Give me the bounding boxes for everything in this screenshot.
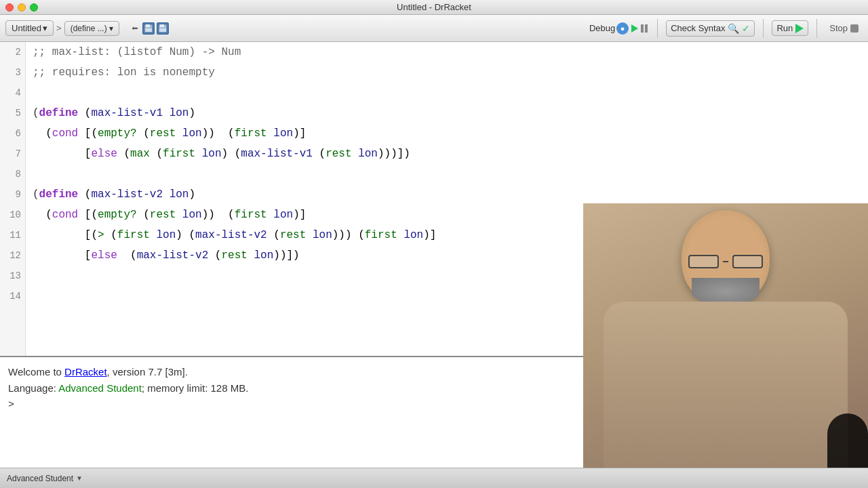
separator-3: [816, 19, 817, 38]
code-line-9: (define (max-list-v2 lon): [33, 184, 861, 205]
svg-rect-5: [159, 28, 166, 32]
line-num-6: 6: [0, 123, 21, 144]
code-line-2: ;; max-list: (listof Num) -> Num: [33, 42, 861, 62]
code-line-6: (cond [(empty? (rest lon)) (first lon)]: [33, 123, 861, 144]
define-dropdown[interactable]: (define ...) ▾: [64, 21, 119, 36]
memory-info: ; memory limit: 128 MB.: [142, 382, 249, 394]
stop-icon: [850, 24, 859, 33]
dark-figure: [827, 413, 868, 468]
debug-play-icon: [631, 24, 638, 33]
maximize-button[interactable]: [30, 3, 38, 12]
untitled-chevron: ▾: [43, 23, 47, 33]
untitled-label: Untitled: [12, 23, 41, 33]
status-language-label: Advanced Student: [7, 474, 73, 483]
back-arrow[interactable]: ⬅: [130, 20, 140, 37]
person-overlay: [583, 203, 868, 468]
debug-label: Debug: [589, 23, 615, 33]
toolbar: Untitled ▾ > (define ...) ▾ ⬅: [0, 15, 868, 42]
language-prefix: Language:: [8, 382, 58, 394]
toolbar-right: Debug ● Check Syntax 🔍 ✓ Run Stop: [589, 19, 863, 38]
welcome-suffix: , version 7.7 [3m].: [107, 366, 188, 378]
stop-button[interactable]: Stop: [825, 21, 863, 35]
code-text: ;; max-list: (listof Num) -> Num: [33, 46, 241, 58]
prompt-symbol: >: [8, 399, 14, 411]
line-num-5: 5: [0, 103, 21, 123]
line-num-11: 11: [0, 225, 21, 245]
save-as-icon: [158, 24, 167, 33]
line-num-8: 8: [0, 164, 21, 184]
status-chevron-icon[interactable]: ▼: [76, 474, 83, 482]
breadcrumb-separator: >: [56, 23, 62, 33]
line-num-9: 9: [0, 184, 21, 205]
glasses-bridge: [723, 261, 728, 262]
drracket-link[interactable]: DrRacket: [64, 366, 107, 378]
minimize-button[interactable]: [18, 3, 26, 12]
line-num-12: 12: [0, 245, 21, 266]
save-as-button[interactable]: [157, 22, 169, 35]
run-label: Run: [776, 23, 793, 33]
status-language[interactable]: Advanced Student ▼: [7, 474, 83, 483]
debug-circle-icon: ●: [616, 22, 629, 35]
save-icons: [142, 22, 169, 35]
define-chevron: ▾: [109, 24, 113, 33]
glasses-right: [732, 255, 763, 268]
code-line-5: (define (max-list-v1 lon): [33, 103, 861, 123]
language-name: Advanced Student: [58, 382, 142, 394]
separator-1: [657, 19, 658, 38]
code-line-3: ;; requires: lon is nonempty: [33, 62, 861, 83]
window-title: Untitled - DrRacket: [397, 2, 471, 12]
toolbar-left: Untitled ▾ > (define ...) ▾ ⬅: [5, 20, 585, 37]
magnify-icon: 🔍: [728, 23, 739, 34]
checkmark-icon: ✓: [742, 23, 750, 34]
svg-rect-1: [146, 24, 150, 27]
line-num-10: 10: [0, 205, 21, 225]
svg-rect-4: [160, 24, 164, 27]
save-button[interactable]: [142, 22, 155, 35]
person-body: [604, 302, 848, 468]
nav-arrows: ⬅: [130, 20, 140, 37]
untitled-dropdown[interactable]: Untitled ▾: [5, 20, 54, 36]
line-num-2: 2: [0, 42, 21, 62]
person-head: [682, 210, 770, 305]
welcome-prefix: Welcome to: [8, 366, 64, 378]
run-play-icon: [795, 24, 804, 33]
line-num-13: 13: [0, 266, 21, 286]
titlebar: Untitled - DrRacket: [0, 0, 868, 15]
code-line-8: [33, 164, 861, 184]
debug-pause-icon: [641, 24, 648, 33]
separator-2: [763, 19, 764, 38]
stop-label: Stop: [829, 23, 848, 33]
breadcrumb: Untitled ▾ >: [5, 20, 62, 36]
run-button[interactable]: Run: [772, 20, 808, 36]
svg-rect-2: [145, 28, 152, 32]
glasses: [688, 254, 763, 269]
save-icon: [144, 24, 153, 33]
line-num-14: 14: [0, 286, 21, 306]
code-text: ;; requires: lon is nonempty: [33, 66, 215, 79]
line-numbers: 2 3 4 5 6 7 8 9 10 11 12 13 14: [0, 42, 26, 356]
status-bar: Advanced Student ▼: [0, 468, 868, 488]
debug-button[interactable]: Debug ●: [589, 22, 649, 35]
glasses-left: [688, 255, 719, 268]
code-line-7: [else (max (first lon) (max-list-v1 (res…: [33, 144, 861, 164]
line-num-7: 7: [0, 144, 21, 164]
code-line-4: [33, 83, 861, 103]
line-num-3: 3: [0, 62, 21, 83]
check-syntax-button[interactable]: Check Syntax 🔍 ✓: [666, 20, 755, 37]
line-num-4: 4: [0, 83, 21, 103]
check-syntax-label: Check Syntax: [671, 23, 725, 33]
define-label: (define ...): [71, 24, 107, 33]
beard: [692, 278, 760, 305]
window-controls: [5, 3, 38, 12]
close-button[interactable]: [5, 3, 14, 12]
